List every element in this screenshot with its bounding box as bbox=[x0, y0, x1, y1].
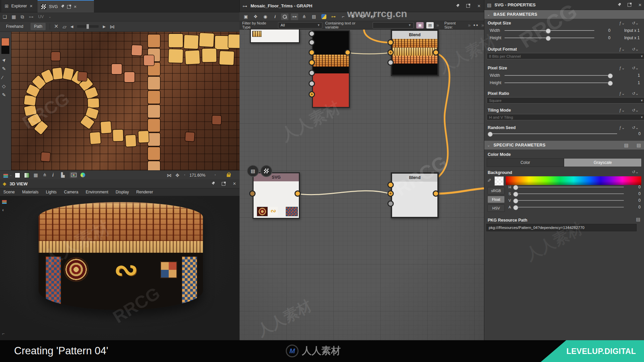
width-value[interactable]: 0 bbox=[604, 28, 610, 33]
collapse-chevron-icon[interactable]: ⌄ bbox=[487, 13, 490, 16]
input-port[interactable] bbox=[309, 31, 315, 37]
node-svg[interactable]: SVG ∾ bbox=[253, 172, 300, 219]
random-seed-slider[interactable] bbox=[488, 133, 617, 134]
menu-materials[interactable]: Materials bbox=[22, 190, 39, 194]
export-icon[interactable]: ◘ bbox=[369, 13, 376, 20]
tiling-grid-icon[interactable]: ▦ bbox=[34, 173, 38, 177]
input-port[interactable] bbox=[309, 49, 315, 56]
input-port[interactable] bbox=[387, 190, 394, 197]
input-port[interactable] bbox=[309, 59, 315, 66]
color-swatch-fill[interactable] bbox=[1, 38, 9, 46]
pan-icon[interactable]: ✥ bbox=[252, 13, 259, 20]
overflow-chevrons-icon[interactable]: » bbox=[481, 23, 484, 27]
tab-svg[interactable]: SVG ✕ bbox=[38, 0, 94, 13]
color-swatch[interactable] bbox=[494, 176, 504, 186]
more-chevrons-icon[interactable]: » bbox=[436, 23, 439, 27]
background-white-icon[interactable] bbox=[15, 173, 20, 178]
save-icon[interactable]: ▦ bbox=[12, 14, 16, 19]
output-port[interactable] bbox=[433, 49, 439, 56]
colorspace-sphere-icon[interactable] bbox=[80, 173, 85, 177]
height-value[interactable]: 0 bbox=[604, 36, 610, 40]
color-spectrum-bar[interactable] bbox=[506, 176, 641, 185]
svg-preview-button[interactable] bbox=[260, 165, 272, 177]
expose-parameter-icon[interactable]: ƒ⌄ bbox=[619, 91, 625, 96]
transform-gizmo-icon[interactable]: ⋔ bbox=[43, 173, 47, 177]
menu-scene[interactable]: Scene bbox=[3, 190, 15, 194]
output-format-dropdown[interactable]: 8 Bits per Channel▼ bbox=[487, 53, 644, 59]
pointer-tool-icon[interactable]: ➤ bbox=[1, 57, 7, 63]
graph-canvas[interactable]: Blend SVG ∾ ▤ Blend bbox=[239, 29, 484, 340]
pin-icon[interactable] bbox=[455, 4, 460, 8]
search-dropdown[interactable]: ▼ bbox=[373, 22, 414, 28]
material-stack-icon[interactable] bbox=[2, 200, 7, 204]
slider-handle[interactable] bbox=[513, 192, 518, 197]
expose-parameter-icon[interactable]: ƒ⌄ bbox=[619, 47, 625, 52]
pixel-ratio-dropdown[interactable]: Square▼ bbox=[487, 97, 644, 104]
input-port[interactable] bbox=[387, 200, 394, 207]
width-slider[interactable] bbox=[504, 30, 594, 31]
slider-handle[interactable] bbox=[513, 198, 518, 203]
reset-parameter-icon[interactable]: ↺⌄ bbox=[632, 125, 639, 130]
reset-parameter-icon[interactable]: ↺⌄ bbox=[632, 21, 639, 25]
slider-handle[interactable] bbox=[513, 185, 518, 190]
timeline-slider-handle[interactable] bbox=[87, 24, 89, 29]
zoom-icon[interactable] bbox=[281, 13, 288, 20]
slider-handle[interactable] bbox=[546, 36, 551, 41]
node-partial[interactable] bbox=[250, 29, 300, 43]
environment-icon[interactable]: ◐ bbox=[2, 207, 5, 212]
uv-mode-dropdown[interactable]: UV bbox=[38, 14, 44, 19]
input-port[interactable] bbox=[387, 182, 394, 188]
pixel-width-value[interactable]: 1 bbox=[633, 73, 640, 78]
expose-parameter-icon[interactable]: ƒ⌄ bbox=[619, 66, 625, 70]
reset-parameter-icon[interactable]: ↺⌄ bbox=[632, 108, 639, 113]
slider-handle[interactable] bbox=[608, 81, 613, 86]
slider-handle[interactable] bbox=[608, 73, 613, 78]
channels-layers-icon[interactable] bbox=[3, 174, 8, 178]
tiling-mode-dropdown[interactable]: H and V Tiling▼ bbox=[487, 114, 644, 120]
shape-tool-icon[interactable]: ◇ bbox=[2, 83, 6, 89]
info-icon[interactable]: i bbox=[52, 173, 54, 177]
close-icon[interactable]: ✕ bbox=[30, 4, 33, 8]
channel-h-value[interactable]: 0 bbox=[636, 185, 641, 189]
freehand-button[interactable]: Freehand bbox=[3, 23, 26, 30]
slider-handle[interactable] bbox=[546, 28, 551, 34]
close-icon[interactable]: ✕ bbox=[233, 182, 236, 186]
pixel-width-slider[interactable] bbox=[504, 75, 611, 76]
slider-handle[interactable] bbox=[513, 205, 518, 210]
float-window-icon[interactable] bbox=[466, 4, 470, 8]
slider-handle[interactable] bbox=[488, 132, 493, 137]
channel-h-slider[interactable] bbox=[513, 187, 624, 187]
svg-edit-button[interactable]: ▤ bbox=[247, 165, 259, 177]
color-mode-grayscale-button[interactable]: Grayscale bbox=[564, 158, 642, 167]
channel-a-value[interactable]: 0 bbox=[636, 205, 641, 209]
fit-view-icon[interactable]: ⋈ bbox=[167, 173, 171, 178]
width-unit[interactable]: Input x 1 bbox=[619, 28, 640, 33]
input-port[interactable] bbox=[387, 39, 394, 46]
output-port[interactable] bbox=[294, 190, 301, 197]
labels-toggle[interactable]: ▤ bbox=[426, 22, 434, 28]
expose-parameter-icon[interactable]: ƒ⌄ bbox=[619, 108, 625, 113]
link-icon[interactable]: ⊶ bbox=[29, 14, 34, 19]
float-window-icon[interactable] bbox=[628, 3, 631, 7]
new-document-icon[interactable]: ❏ bbox=[3, 14, 7, 19]
3d-viewport[interactable]: ∾ ◐ ⌐ bbox=[0, 196, 239, 340]
subgraph-icon[interactable]: ⋔ bbox=[301, 13, 308, 20]
float-window-icon[interactable] bbox=[222, 182, 225, 186]
zoom-level-value[interactable]: 171.60% bbox=[190, 173, 205, 178]
display-settings-icon[interactable] bbox=[70, 172, 77, 178]
zoom-in-icon[interactable]: • bbox=[215, 174, 216, 177]
node-type-dropdown[interactable]: All▼ bbox=[278, 22, 322, 28]
pen-tool-icon[interactable]: ✎ bbox=[2, 66, 6, 71]
pixel-height-slider[interactable] bbox=[504, 82, 611, 83]
panels-icon[interactable]: ▤ bbox=[310, 13, 318, 20]
frame-all-icon[interactable]: ▣ bbox=[242, 13, 250, 20]
height-unit[interactable]: Input x 1 bbox=[619, 36, 640, 40]
channel-a-slider[interactable] bbox=[513, 207, 624, 207]
channel-s-value[interactable]: 0 bbox=[636, 191, 641, 196]
expose-parameter-icon[interactable]: ƒ⌄ bbox=[619, 125, 625, 130]
pixel-height-value[interactable]: 1 bbox=[633, 80, 640, 85]
bezier-tool-icon[interactable]: ∕ bbox=[2, 75, 3, 80]
input-port[interactable] bbox=[309, 80, 315, 87]
menu-lights[interactable]: Lights bbox=[46, 190, 57, 194]
node-blend-top[interactable]: Blend bbox=[391, 29, 439, 76]
